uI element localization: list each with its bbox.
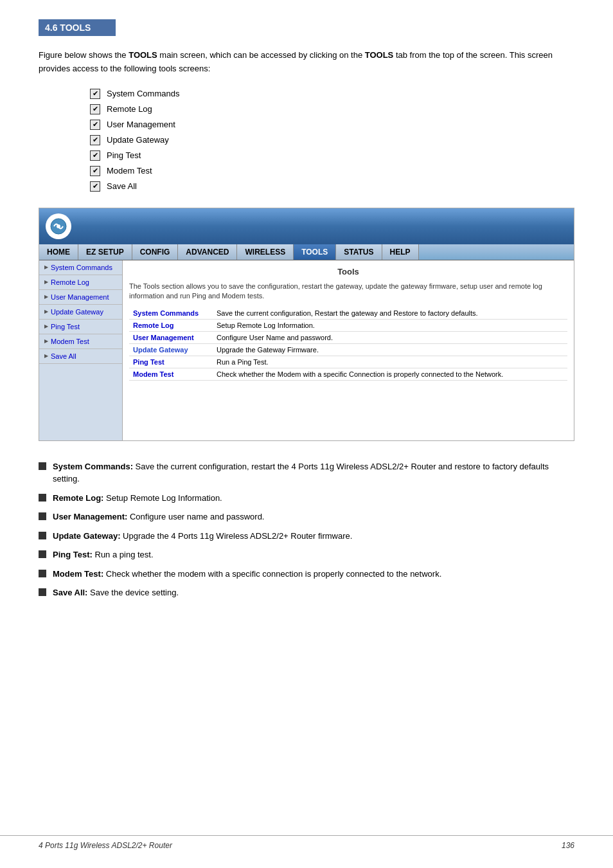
- checklist-item: ✔ System Commands: [90, 89, 574, 99]
- sidebar-item-remote-log[interactable]: Remote Log: [39, 275, 122, 290]
- bullet-item: Update Gateway: Upgrade the 4 Ports 11g …: [39, 530, 574, 543]
- nav-config[interactable]: CONFIG: [132, 244, 179, 260]
- table-row: User Management Configure User Name and …: [129, 332, 567, 344]
- table-cell-label: Modem Test: [129, 368, 213, 381]
- nav-help[interactable]: HELP: [382, 244, 419, 260]
- router-logo: [46, 213, 71, 239]
- checkbox-icon: ✔: [90, 89, 100, 99]
- checkbox-icon: ✔: [90, 104, 100, 114]
- tools-main-title: Tools: [129, 267, 567, 276]
- checklist-item: ✔ User Management: [90, 120, 574, 130]
- nav-bar: HOME EZ SETUP CONFIG ADVANCED WIRELESS T…: [39, 244, 574, 260]
- bullet-icon: [39, 550, 46, 558]
- checklist-label: User Management: [107, 120, 175, 129]
- bullet-text: Ping Test: Run a ping test.: [53, 548, 154, 561]
- checkbox-icon: ✔: [90, 135, 100, 145]
- checklist-item: ✔ Modem Test: [90, 166, 574, 176]
- router-ui-mockup: HOME EZ SETUP CONFIG ADVANCED WIRELESS T…: [39, 208, 574, 441]
- bullet-item: Save All: Save the device setting.: [39, 586, 574, 599]
- table-row: Update Gateway Upgrade the Gateway Firmw…: [129, 344, 567, 356]
- section-title: 4.6 TOOLS: [39, 19, 116, 36]
- checklist: ✔ System Commands ✔ Remote Log ✔ User Ma…: [90, 89, 574, 192]
- footer-page: 136: [562, 841, 574, 850]
- checklist-item: ✔ Ping Test: [90, 150, 574, 161]
- bullet-text: Save All: Save the device setting.: [53, 586, 179, 599]
- bullet-icon: [39, 588, 46, 596]
- table-row: System Commands Save the current configu…: [129, 307, 567, 320]
- router-sidebar: System Commands Remote Log User Manageme…: [39, 260, 123, 440]
- svg-point-1: [57, 224, 60, 228]
- sidebar-item-system-commands[interactable]: System Commands: [39, 260, 122, 275]
- nav-tools[interactable]: TOOLS: [294, 244, 336, 260]
- table-cell-value: Save the current configuration, Restart …: [213, 307, 567, 320]
- description-bullets: System Commands: Save the current config…: [39, 460, 574, 599]
- checklist-label: Update Gateway: [107, 135, 169, 145]
- table-cell-label: Ping Test: [129, 356, 213, 368]
- sidebar-item-update-gateway[interactable]: Update Gateway: [39, 305, 122, 320]
- table-cell-value: Check whether the Modem with a specific …: [213, 368, 567, 381]
- table-row: Ping Test Run a Ping Test.: [129, 356, 567, 368]
- table-cell-label: User Management: [129, 332, 213, 344]
- table-cell-value: Configure User Name and password.: [213, 332, 567, 344]
- bullet-item: System Commands: Save the current config…: [39, 460, 574, 485]
- checklist-label: Modem Test: [107, 166, 152, 176]
- checklist-label: Remote Log: [107, 104, 152, 114]
- checkbox-icon: ✔: [90, 181, 100, 192]
- router-header: [39, 208, 574, 244]
- table-cell-label: System Commands: [129, 307, 213, 320]
- nav-advanced[interactable]: ADVANCED: [178, 244, 237, 260]
- bullet-text: System Commands: Save the current config…: [53, 460, 574, 485]
- router-main-area: Tools The Tools section allows you to sa…: [123, 260, 574, 440]
- table-row: Remote Log Setup Remote Log Information.: [129, 320, 567, 332]
- nav-status[interactable]: STATUS: [336, 244, 382, 260]
- table-cell-label: Remote Log: [129, 320, 213, 332]
- checklist-label: Save All: [107, 181, 137, 191]
- page-footer: 4 Ports 11g Wireless ADSL2/2+ Router 136: [0, 835, 613, 855]
- table-cell-value: Run a Ping Test.: [213, 356, 567, 368]
- bullet-item: Remote Log: Setup Remote Log Information…: [39, 492, 574, 505]
- bullet-text: Modem Test: Check whether the modem with…: [53, 568, 441, 581]
- bullet-text: User Management: Configure user name and…: [53, 511, 265, 523]
- footer-product: 4 Ports 11g Wireless ADSL2/2+ Router: [39, 841, 172, 850]
- tools-table: System Commands Save the current configu…: [129, 307, 567, 381]
- router-content: System Commands Remote Log User Manageme…: [39, 260, 574, 440]
- checkbox-icon: ✔: [90, 150, 100, 161]
- bullet-item: Modem Test: Check whether the modem with…: [39, 568, 574, 581]
- nav-home[interactable]: HOME: [39, 244, 78, 260]
- table-row: Modem Test Check whether the Modem with …: [129, 368, 567, 381]
- sidebar-item-ping-test[interactable]: Ping Test: [39, 320, 122, 334]
- checklist-item: ✔ Save All: [90, 181, 574, 192]
- bullet-icon: [39, 532, 46, 539]
- bullet-icon: [39, 494, 46, 502]
- nav-ez-setup[interactable]: EZ SETUP: [78, 244, 132, 260]
- table-cell-value: Setup Remote Log Information.: [213, 320, 567, 332]
- bullet-item: User Management: Configure user name and…: [39, 511, 574, 523]
- bullet-icon: [39, 570, 46, 577]
- nav-wireless[interactable]: WIRELESS: [237, 244, 294, 260]
- checklist-item: ✔ Update Gateway: [90, 135, 574, 145]
- bullet-icon: [39, 462, 46, 470]
- checkbox-icon: ✔: [90, 166, 100, 176]
- bullet-icon: [39, 512, 46, 520]
- tools-description: The Tools section allows you to save the…: [129, 282, 567, 302]
- bullet-item: Ping Test: Run a ping test.: [39, 548, 574, 561]
- sidebar-item-modem-test[interactable]: Modem Test: [39, 334, 122, 349]
- sidebar-item-user-management[interactable]: User Management: [39, 290, 122, 305]
- checkbox-icon: ✔: [90, 120, 100, 130]
- bullet-text: Remote Log: Setup Remote Log Information…: [53, 492, 222, 505]
- checklist-label: System Commands: [107, 89, 179, 98]
- intro-paragraph: Figure below shows the TOOLS main screen…: [39, 49, 574, 76]
- checklist-label: Ping Test: [107, 150, 141, 160]
- table-cell-label: Update Gateway: [129, 344, 213, 356]
- checklist-item: ✔ Remote Log: [90, 104, 574, 114]
- bullet-text: Update Gateway: Upgrade the 4 Ports 11g …: [53, 530, 352, 543]
- sidebar-item-save-all[interactable]: Save All: [39, 349, 122, 364]
- table-cell-value: Upgrade the Gateway Firmware.: [213, 344, 567, 356]
